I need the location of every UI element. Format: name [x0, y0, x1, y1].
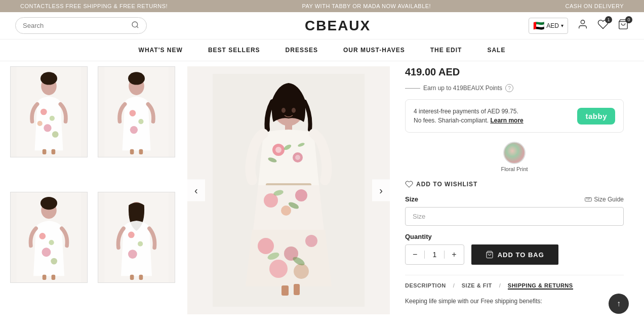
shipping-text: Keeping life simple with our Free shippi…	[405, 297, 624, 306]
search-wrap[interactable]	[15, 17, 147, 34]
user-icon[interactable]	[577, 19, 588, 32]
svg-point-35	[128, 250, 137, 259]
top-banner: CONTACTLESS FREE SHIPPING & FREE RETURNS…	[0, 0, 644, 12]
nav-best-sellers[interactable]: BEST SELLERS	[208, 47, 260, 54]
svg-point-2	[581, 20, 584, 24]
size-guide-button[interactable]: Size Guide	[585, 196, 624, 203]
tabby-box: 4 interest-free payments of AED 99.75. N…	[405, 99, 624, 133]
svg-rect-12	[43, 149, 47, 154]
nav-our-must-haves[interactable]: OUR MUST-HAVES	[343, 47, 405, 54]
tab-description[interactable]: DESCRIPTION	[405, 282, 446, 290]
svg-point-64	[292, 108, 296, 113]
svg-line-1	[137, 26, 138, 28]
quantity-label: Quantity	[405, 233, 624, 240]
svg-rect-30	[52, 275, 56, 280]
size-guide-label: Size Guide	[594, 196, 624, 203]
main-content: ‹	[0, 61, 644, 314]
svg-rect-20	[130, 149, 134, 154]
search-input[interactable]	[23, 22, 131, 29]
points-line	[405, 88, 420, 89]
thumbnail-3[interactable]	[10, 192, 88, 283]
quantity-controls: − 1 +	[405, 244, 464, 265]
swatch-label: Floral Print	[501, 166, 528, 172]
svg-point-24	[41, 197, 57, 210]
add-to-bag-label: ADD TO BAG	[498, 251, 544, 259]
size-label: Size	[405, 195, 418, 203]
quantity-value: 1	[424, 251, 445, 259]
bag-icon[interactable]: 0	[618, 19, 629, 32]
svg-point-10	[52, 131, 59, 138]
add-to-bag-button[interactable]: ADD TO BAG	[471, 244, 558, 265]
wishlist-icon[interactable]: 1	[597, 19, 609, 32]
tab-sep-1: /	[453, 282, 455, 290]
nav-the-edit[interactable]: THE EDIT	[430, 47, 462, 54]
size-dropdown[interactable]: Size XS S M L XL	[405, 207, 624, 226]
svg-point-43	[275, 147, 281, 153]
tabby-learn-more[interactable]: Learn more	[490, 117, 523, 124]
help-icon[interactable]: ?	[505, 84, 513, 92]
nav-whats-new[interactable]: WHAT'S NEW	[139, 47, 183, 54]
product-image-main: ‹	[187, 66, 390, 314]
banner-center: PAY WITH TABBY OR MADA NOW AVAILABLE!	[302, 3, 431, 9]
quantity-row: − 1 + ADD TO BAG	[405, 244, 624, 265]
svg-rect-61	[281, 285, 289, 296]
svg-point-45	[295, 155, 300, 160]
quantity-decrease-button[interactable]: −	[406, 245, 424, 264]
svg-point-34	[138, 241, 143, 246]
svg-rect-21	[139, 149, 143, 154]
tab-shipping-returns[interactable]: SHIPPING & RETURNS	[508, 282, 573, 290]
svg-point-56	[305, 235, 317, 247]
svg-point-8	[50, 116, 55, 121]
size-guide-icon	[585, 196, 592, 203]
svg-point-0	[132, 22, 138, 27]
beaux-points: Earn up to 419BEAUX Points ?	[405, 84, 624, 92]
header-icons: 🇦🇪 AED ▾ 1 0	[529, 18, 629, 34]
tabby-logo[interactable]: tabby	[577, 108, 615, 125]
flag-icon: 🇦🇪	[533, 20, 544, 31]
svg-point-58	[294, 264, 309, 279]
svg-point-19	[130, 126, 138, 134]
nav-dresses[interactable]: DRESSES	[286, 47, 318, 54]
svg-point-63	[281, 108, 286, 113]
shipping-heading: Keeping life simple with our Free shippi…	[405, 298, 542, 305]
svg-point-11	[37, 121, 43, 126]
prev-image-button[interactable]: ‹	[187, 180, 205, 201]
svg-point-28	[51, 258, 57, 265]
tabby-text: 4 interest-free payments of AED 99.75. N…	[414, 107, 525, 125]
points-text: Earn up to 419BEAUX Points	[423, 85, 502, 92]
heart-icon	[405, 180, 413, 188]
currency-selector[interactable]: 🇦🇪 AED ▾	[529, 18, 568, 34]
wishlist-label: ADD TO WISHLIST	[416, 181, 477, 188]
size-row: Size Size Guide	[405, 195, 624, 203]
thumbnail-2[interactable]	[98, 66, 175, 157]
thumbnail-grid	[10, 61, 182, 314]
swatch-section: Floral Print	[405, 142, 624, 172]
header: CBEAUX 🇦🇪 AED ▾ 1 0	[0, 12, 644, 39]
main-nav: WHAT'S NEW BEST SELLERS DRESSES OUR MUST…	[0, 39, 644, 61]
product-tabs: DESCRIPTION / SIZE & FIT / SHIPPING & RE…	[405, 275, 624, 290]
svg-rect-62	[294, 284, 300, 295]
logo[interactable]: CBEAUX	[147, 18, 529, 34]
quantity-increase-button[interactable]: +	[445, 245, 463, 264]
svg-point-27	[42, 248, 51, 257]
svg-rect-37	[139, 275, 143, 280]
svg-point-25	[39, 233, 46, 239]
svg-rect-36	[130, 275, 134, 280]
svg-point-50	[295, 189, 307, 201]
svg-point-16	[128, 72, 145, 85]
thumbnail-4[interactable]	[98, 192, 175, 283]
tab-size-fit[interactable]: SIZE & FIT	[462, 282, 492, 290]
thumbnail-1[interactable]	[10, 66, 88, 157]
next-image-button[interactable]: ›	[372, 180, 390, 201]
svg-point-18	[138, 119, 143, 124]
svg-point-54	[258, 238, 274, 254]
search-button[interactable]	[131, 21, 139, 30]
banner-left: CONTACTLESS FREE SHIPPING & FREE RETURNS…	[20, 3, 168, 9]
wishlist-badge: 1	[605, 16, 612, 23]
product-price: 419.00 AED	[405, 66, 624, 78]
nav-sale[interactable]: SALE	[487, 47, 505, 54]
add-to-wishlist-button[interactable]: ADD TO WISHLIST	[405, 180, 477, 188]
swatch-floral-print[interactable]	[503, 142, 526, 164]
svg-point-57	[269, 260, 288, 278]
scroll-to-top-button[interactable]: ↑	[609, 294, 629, 314]
